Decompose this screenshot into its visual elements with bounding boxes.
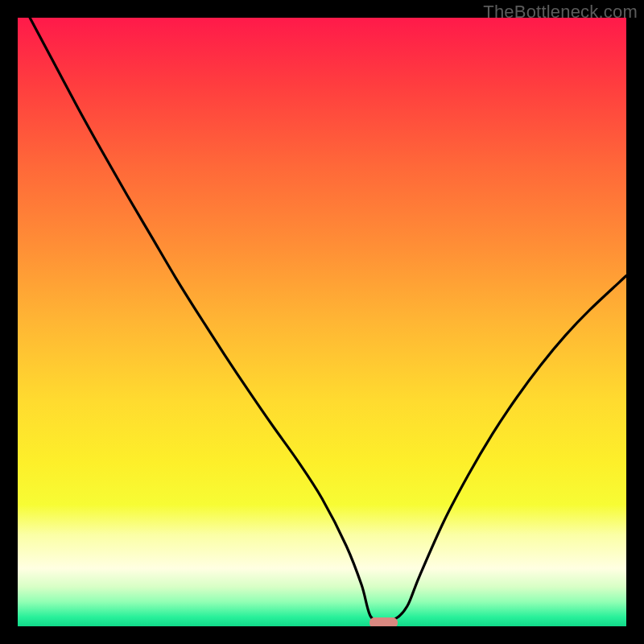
watermark-text: TheBottleneck.com [483,2,638,23]
svg-rect-0 [18,18,626,626]
chart-frame: TheBottleneck.com [0,0,644,644]
gradient-background [18,18,626,626]
plot-area [18,18,626,626]
optimal-marker [369,617,398,626]
